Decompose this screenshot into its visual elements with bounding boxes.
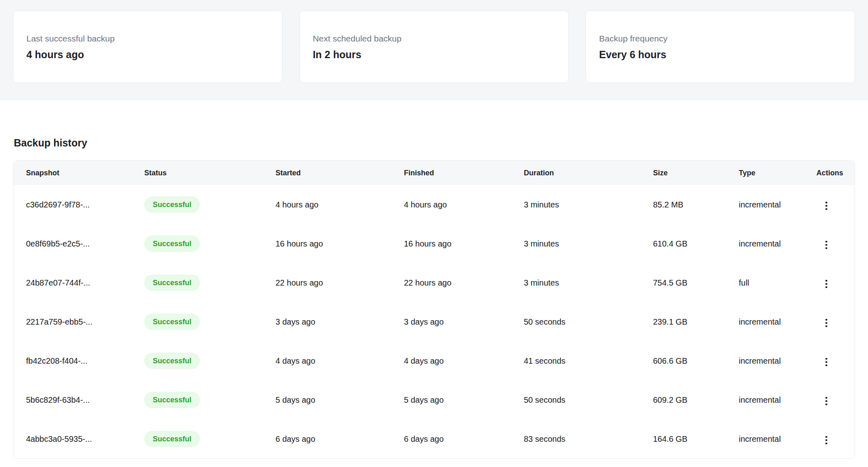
kebab-dot [825,280,827,282]
type-cell: incremental [739,224,816,263]
kebab-dot [825,241,827,243]
duration-cell: 3 minutes [524,185,653,224]
kebab-dot [825,364,827,367]
kebab-dot [825,319,827,321]
backup-history-table: SnapshotStatusStartedFinishedDurationSiz… [13,160,855,459]
row-actions-kebab-icon[interactable] [822,316,831,331]
status-badge: Successful [144,275,200,291]
status-cell: Successful [144,380,276,419]
table-row: 2217a759-ebb5-...Successful3 days ago3 d… [13,302,855,341]
snapshot-id: fb42c208-f404-... [13,341,144,380]
table-row: 24b87e07-744f-...Successful22 hours ago2… [13,263,855,302]
kebab-dot [825,439,827,441]
started-cell: 16 hours ago [276,224,404,263]
card-last-successful-backup: Last successful backup 4 hours ago [13,11,282,83]
row-actions-kebab-icon[interactable] [822,355,831,370]
kebab-dot [825,361,827,363]
actions-cell [816,419,855,458]
card-label: Backup frequency [599,33,842,44]
backup-history-section: Backup history SnapshotStatusStartedFini… [0,137,868,459]
kebab-dot [825,358,827,360]
size-cell: 164.6 GB [653,419,739,458]
size-cell: 754.5 GB [653,263,739,302]
actions-cell [816,341,855,380]
actions-cell [816,224,855,263]
finished-cell: 4 hours ago [404,185,524,224]
row-actions-kebab-icon[interactable] [822,433,831,448]
size-cell: 609.2 GB [653,380,739,419]
table-row: 0e8f69b5-e2c5-...Successful16 hours ago1… [13,224,855,263]
status-cell: Successful [144,224,276,263]
kebab-dot [825,400,827,402]
started-cell: 5 days ago [276,380,404,419]
actions-cell [816,185,855,224]
table-header-row: SnapshotStatusStartedFinishedDurationSiz… [13,161,855,185]
finished-cell: 3 days ago [404,302,524,341]
kebab-dot [825,397,827,399]
size-cell: 85.2 MB [653,185,739,224]
table-row: c36d2697-9f78-...Successful4 hours ago4 … [13,185,855,224]
finished-cell: 6 days ago [404,419,524,458]
status-cell: Successful [144,302,276,341]
status-badge: Successful [144,236,200,252]
kebab-dot [825,443,827,445]
backup-history-title: Backup history [14,137,855,149]
card-next-scheduled-backup: Next scheduled backup In 2 hours [299,11,569,83]
column-header-status: Status [144,161,276,185]
row-actions-kebab-icon[interactable] [822,277,831,292]
finished-cell: 22 hours ago [404,263,524,302]
status-cell: Successful [144,263,276,302]
status-cell: Successful [144,185,276,224]
type-cell: incremental [739,185,816,224]
finished-cell: 5 days ago [404,380,524,419]
row-actions-kebab-icon[interactable] [822,199,831,214]
summary-band: Last successful backup 4 hours ago Next … [0,0,868,100]
table-body: c36d2697-9f78-...Successful4 hours ago4 … [13,185,855,458]
duration-cell: 50 seconds [524,302,653,341]
type-cell: full [739,263,816,302]
table-row: 4abbc3a0-5935-...Successful6 days ago6 d… [13,419,855,458]
kebab-dot [825,205,827,207]
card-label: Next scheduled backup [313,33,556,44]
duration-cell: 3 minutes [524,224,653,263]
column-header-type: Type [739,161,816,185]
card-value: Every 6 hours [599,48,842,61]
column-header-size: Size [653,161,739,185]
card-value: 4 hours ago [26,48,269,61]
status-cell: Successful [144,341,276,380]
finished-cell: 4 days ago [404,341,524,380]
kebab-dot [825,325,827,327]
card-value: In 2 hours [313,48,556,61]
started-cell: 4 hours ago [276,185,404,224]
actions-cell [816,263,855,302]
column-header-finished: Finished [404,161,524,185]
duration-cell: 83 seconds [524,419,653,458]
type-cell: incremental [739,341,816,380]
actions-cell [816,380,855,419]
type-cell: incremental [739,380,816,419]
type-cell: incremental [739,419,816,458]
status-badge: Successful [144,431,200,447]
status-badge: Successful [144,392,200,408]
kebab-dot [825,404,827,406]
column-header-actions: Actions [816,161,855,185]
status-badge: Successful [144,314,200,330]
size-cell: 239.1 GB [653,302,739,341]
row-actions-kebab-icon[interactable] [822,394,831,409]
type-cell: incremental [739,302,816,341]
kebab-dot [825,286,827,288]
kebab-dot [825,202,827,204]
duration-cell: 50 seconds [524,380,653,419]
kebab-dot [825,322,827,324]
column-header-started: Started [276,161,404,185]
card-label: Last successful backup [26,33,269,44]
snapshot-id: 24b87e07-744f-... [13,263,144,302]
size-cell: 610.4 GB [653,224,739,263]
status-badge: Successful [144,353,200,369]
row-actions-kebab-icon[interactable] [822,238,831,253]
started-cell: 6 days ago [276,419,404,458]
started-cell: 22 hours ago [276,263,404,302]
snapshot-id: 5b6c829f-63b4-... [13,380,144,419]
kebab-dot [825,244,827,246]
table-row: 5b6c829f-63b4-...Successful5 days ago5 d… [13,380,855,419]
